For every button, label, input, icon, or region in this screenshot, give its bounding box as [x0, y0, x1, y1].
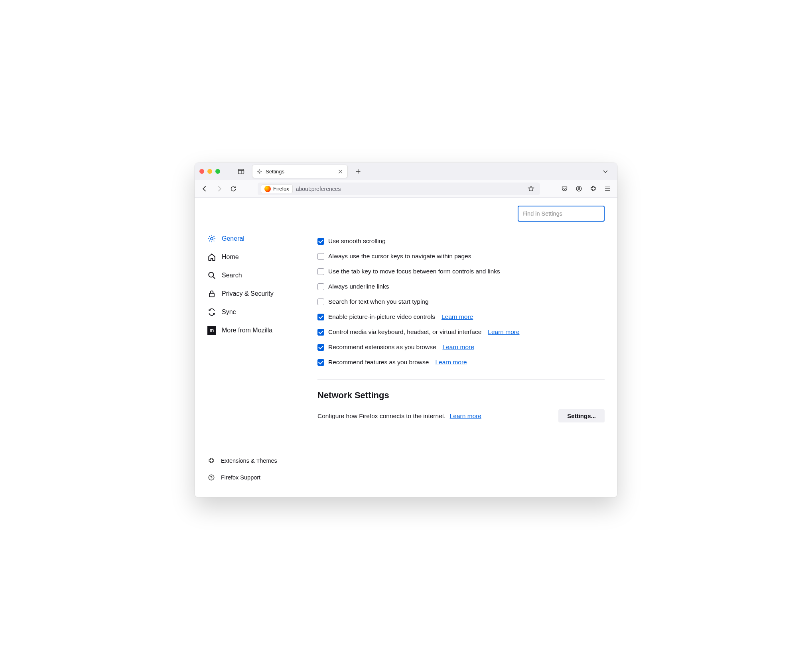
url-text: about:preferences — [296, 186, 341, 192]
toolbar-right — [558, 183, 613, 195]
back-button[interactable] — [199, 183, 211, 195]
option-row: Recommend extensions as you browseLearn … — [317, 344, 605, 351]
gear-icon — [207, 234, 216, 243]
identity-box[interactable]: Firefox — [261, 185, 293, 193]
option-label: Use the tab key to move focus between fo… — [328, 268, 500, 275]
learn-more-link[interactable]: Learn more — [441, 313, 473, 320]
tab-title: Settings — [266, 169, 334, 175]
option-label: Recommend extensions as you browse — [328, 344, 436, 351]
extensions-button[interactable] — [587, 183, 599, 195]
sidebar-label: More from Mozilla — [222, 327, 272, 334]
search-icon — [207, 271, 216, 280]
svg-rect-7 — [209, 293, 214, 297]
browser-tab-settings[interactable]: Settings — [252, 165, 348, 178]
checkbox[interactable] — [317, 314, 324, 320]
close-window-button[interactable] — [199, 169, 204, 174]
sidebar-toggle-button[interactable] — [235, 166, 246, 177]
sidebar-item-home[interactable]: Home — [203, 249, 306, 265]
sidebar-label: General — [222, 235, 244, 242]
app-menu-button[interactable] — [601, 183, 613, 195]
option-row: Control media via keyboard, headset, or … — [317, 328, 605, 336]
browsing-options-list: Use smooth scrollingAlways use the curso… — [317, 238, 605, 366]
option-label: Always underline links — [328, 283, 389, 290]
account-button[interactable] — [573, 183, 585, 195]
minimize-window-button[interactable] — [207, 169, 212, 174]
nav-toolbar: Firefox about:preferences — [195, 180, 617, 198]
checkbox[interactable] — [317, 329, 324, 336]
list-all-tabs-button[interactable] — [600, 166, 611, 177]
preferences-main: Use smooth scrollingAlways use the curso… — [306, 198, 617, 497]
checkbox[interactable] — [317, 238, 324, 245]
network-settings-heading: Network Settings — [317, 390, 605, 401]
preferences-sidebar: General Home Search Privacy & Security — [195, 198, 306, 497]
help-icon — [207, 473, 215, 481]
option-label: Always use the cursor keys to navigate w… — [328, 253, 471, 260]
tabstrip: Settings — [195, 163, 617, 180]
option-row: Recommend features as you browseLearn mo… — [317, 359, 605, 366]
sync-icon — [207, 308, 216, 316]
section-divider — [317, 379, 605, 380]
learn-more-link[interactable]: Learn more — [443, 344, 474, 351]
option-row: Use the tab key to move focus between fo… — [317, 268, 605, 275]
option-label: Use smooth scrolling — [328, 238, 386, 245]
puzzle-icon — [207, 457, 215, 465]
new-tab-button[interactable] — [353, 166, 364, 177]
sidebar-label: Home — [222, 253, 239, 261]
checkbox[interactable] — [317, 253, 324, 260]
sidebar-label: Privacy & Security — [222, 290, 274, 297]
network-settings-row: Configure how Firefox connects to the in… — [317, 409, 605, 422]
network-learn-more-link[interactable]: Learn more — [450, 412, 481, 419]
option-row: Use smooth scrolling — [317, 238, 605, 245]
sidebar-footer-label: Extensions & Themes — [221, 458, 277, 464]
svg-text:m: m — [210, 328, 214, 333]
option-row: Search for text when you start typing — [317, 298, 605, 305]
url-bar[interactable]: Firefox about:preferences — [258, 183, 540, 195]
svg-point-1 — [258, 171, 260, 172]
option-label: Recommend features as you browse — [328, 359, 429, 366]
preferences-content: General Home Search Privacy & Security — [195, 198, 617, 497]
fullscreen-window-button[interactable] — [215, 169, 220, 174]
checkbox[interactable] — [317, 359, 324, 366]
identity-label: Firefox — [273, 186, 289, 192]
sidebar-item-extensions-themes[interactable]: Extensions & Themes — [203, 453, 306, 469]
sidebar-item-firefox-support[interactable]: Firefox Support — [203, 469, 306, 485]
svg-point-5 — [211, 238, 213, 240]
gear-icon — [256, 169, 262, 175]
browser-window: Settings Firefox about:prefere — [195, 163, 617, 497]
checkbox[interactable] — [317, 344, 324, 351]
sidebar-item-sync[interactable]: Sync — [203, 304, 306, 320]
svg-point-4 — [593, 186, 594, 187]
mozilla-icon: m — [207, 326, 216, 335]
search-input[interactable] — [518, 206, 605, 222]
lock-icon — [207, 289, 216, 298]
network-settings-button[interactable]: Settings... — [558, 409, 605, 422]
sidebar-item-general[interactable]: General — [203, 230, 306, 247]
sidebar-item-search[interactable]: Search — [203, 267, 306, 284]
home-icon — [207, 253, 216, 261]
firefox-logo-icon — [264, 186, 271, 192]
sidebar-footer-label: Firefox Support — [221, 474, 260, 481]
pocket-button[interactable] — [558, 183, 570, 195]
svg-point-3 — [578, 187, 579, 189]
forward-button[interactable] — [213, 183, 225, 195]
reload-button[interactable] — [227, 183, 239, 195]
sidebar-label: Sync — [222, 308, 236, 316]
bookmark-star-button[interactable] — [525, 183, 537, 195]
option-row: Enable picture-in-picture video controls… — [317, 313, 605, 320]
close-tab-button[interactable] — [337, 168, 343, 175]
network-description: Configure how Firefox connects to the in… — [317, 412, 445, 419]
checkbox[interactable] — [317, 299, 324, 305]
window-controls — [199, 169, 220, 174]
checkbox[interactable] — [317, 283, 324, 290]
option-label: Enable picture-in-picture video controls — [328, 313, 435, 320]
sidebar-item-more-from-mozilla[interactable]: m More from Mozilla — [203, 322, 306, 339]
svg-point-6 — [209, 272, 213, 277]
svg-rect-0 — [238, 169, 244, 174]
learn-more-link[interactable]: Learn more — [488, 328, 519, 336]
sidebar-label: Search — [222, 272, 242, 279]
svg-point-11 — [211, 479, 211, 479]
sidebar-item-privacy[interactable]: Privacy & Security — [203, 285, 306, 302]
option-label: Control media via keyboard, headset, or … — [328, 328, 481, 336]
checkbox[interactable] — [317, 268, 324, 275]
learn-more-link[interactable]: Learn more — [435, 359, 467, 366]
